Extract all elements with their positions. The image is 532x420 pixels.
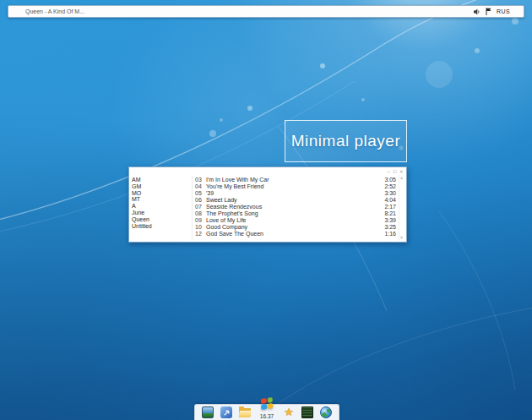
scroll-up-icon[interactable]: ▴ [400, 175, 403, 180]
artist-item[interactable]: MO [132, 190, 192, 197]
now-playing-title: Queen - A Kind Of M... [25, 8, 84, 14]
windows-start-icon[interactable]: 16.37 [258, 406, 276, 419]
track-duration: 3:39 [384, 217, 396, 224]
track-title: '39 [206, 190, 384, 197]
artist-item[interactable]: GM [132, 183, 192, 190]
artist-item[interactable]: A [132, 203, 192, 210]
track-row[interactable]: 07 Seaside Rendezvous 2:17 [193, 204, 399, 210]
clock: 16.37 [258, 413, 276, 419]
track-list: 03 I'm In Love With My Car 3:05 04 You'r… [192, 175, 399, 241]
track-duration: 3:05 [384, 177, 396, 183]
track-number: 03 [195, 177, 206, 183]
minimal-player-label: Minimal player [285, 120, 407, 162]
minimize-icon[interactable]: – [388, 169, 390, 174]
maximize-icon[interactable]: □ [394, 169, 397, 174]
track-title: Seaside Rendezvous [206, 204, 384, 210]
close-icon[interactable]: × [399, 169, 403, 174]
track-row[interactable]: 04 You're My Best Friend 2:52 [193, 183, 399, 190]
minimal-player-text: Minimal player [291, 132, 400, 150]
track-duration: 3:25 [384, 224, 396, 231]
track-duration: 4:04 [384, 197, 396, 204]
track-number: 06 [195, 197, 206, 204]
playlist-body: AM GM MO MT A June Queen Untitled [129, 175, 406, 241]
track-number: 04 [195, 183, 206, 190]
artist-list: AM GM MO MT A June Queen Untitled [129, 175, 192, 241]
track-row[interactable]: 03 I'm In Love With My Car 3:05 [193, 177, 399, 183]
track-row[interactable]: 05 '39 3:30 [193, 190, 399, 197]
volume-icon[interactable] [473, 8, 480, 15]
scroll-down-icon[interactable]: ▾ [400, 235, 403, 240]
folder-icon[interactable] [239, 406, 251, 418]
playlist-window[interactable]: – □ × AM GM MO MT A June Queen [128, 166, 407, 243]
player-top-bar[interactable]: Queen - A Kind Of M... RUS [8, 5, 524, 18]
track-number: 09 [195, 217, 206, 224]
track-title: God Save The Queen [206, 231, 384, 237]
artist-item[interactable]: MT [132, 196, 192, 203]
globe-icon[interactable] [320, 406, 332, 418]
shortcut-arrow-icon[interactable] [220, 406, 232, 418]
desktop: Queen - A Kind Of M... RUS Minimal playe… [0, 0, 532, 420]
track-title: The Prophet's Song [206, 210, 384, 217]
track-number: 12 [195, 231, 206, 237]
media-player-icon[interactable] [202, 406, 214, 418]
track-number: 07 [195, 204, 206, 210]
star-icon[interactable]: ★ [283, 406, 295, 418]
windows-flag-icon[interactable] [261, 397, 274, 410]
track-row[interactable]: 06 Sweet Lady 4:04 [193, 197, 399, 204]
track-row[interactable]: 12 God Save The Queen 1:16 [193, 231, 399, 237]
terminal-icon[interactable] [301, 406, 313, 418]
artist-item[interactable]: Queen [132, 216, 192, 223]
track-title: Sweet Lady [206, 197, 384, 204]
track-duration: 8:21 [384, 210, 396, 217]
taskbar-dock: 16.37 ★ [194, 404, 339, 420]
track-number: 10 [195, 224, 206, 231]
playlist-titlebar[interactable]: – □ × [129, 167, 406, 175]
language-flag-icon[interactable] [486, 8, 491, 15]
track-title: You're My Best Friend [206, 183, 384, 190]
track-title: I'm In Love With My Car [206, 177, 384, 183]
track-row[interactable]: 08 The Prophet's Song 8:21 [193, 210, 399, 217]
track-row[interactable]: 09 Love of My Life 3:39 [193, 217, 399, 224]
track-duration: 3:30 [384, 190, 396, 197]
topbar-tray: RUS [473, 8, 510, 15]
artist-item[interactable]: June [132, 210, 192, 216]
track-duration: 1:16 [384, 231, 396, 237]
language-indicator[interactable]: RUS [497, 8, 510, 14]
track-duration: 2:52 [384, 183, 396, 190]
track-number: 08 [195, 210, 206, 217]
scrollbar[interactable]: ▴ ▾ [399, 175, 406, 241]
track-number: 05 [195, 190, 206, 197]
artist-item[interactable]: Untitled [132, 223, 192, 230]
track-duration: 2:17 [384, 204, 396, 210]
artist-item[interactable]: AM [132, 177, 192, 183]
track-title: Good Company [206, 224, 384, 231]
track-title: Love of My Life [206, 217, 384, 224]
track-row[interactable]: 10 Good Company 3:25 [193, 224, 399, 231]
